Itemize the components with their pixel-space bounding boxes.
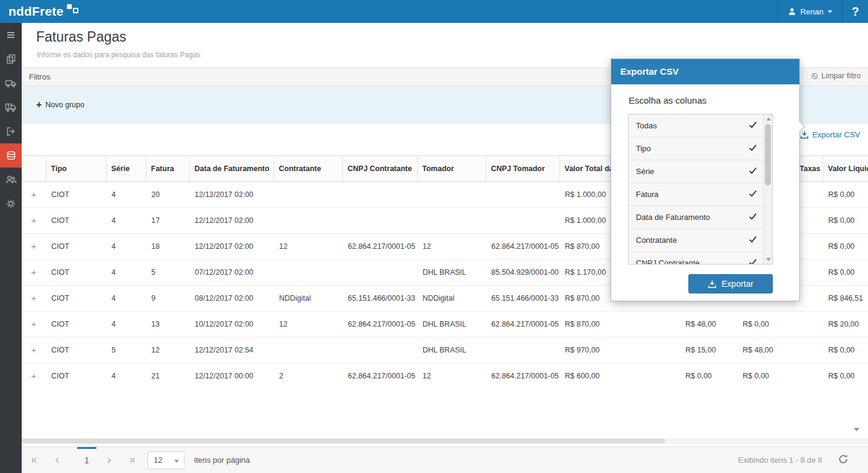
column-header-12[interactable]: Valor Líquido	[823, 156, 868, 181]
table-cell: 12/12/2017 02:00	[189, 181, 274, 207]
table-cell: R$ 48,00	[737, 337, 794, 363]
export-arrow-icon	[5, 126, 16, 137]
clear-filter-button[interactable]: Limpar filtro	[811, 72, 861, 80]
table-cell: 4	[106, 181, 146, 207]
table-cell: 12	[146, 337, 189, 363]
modal-title: Exportar CSV	[611, 59, 799, 84]
new-group-button[interactable]: + Novo grupo	[36, 101, 84, 109]
sidebar-item-documents[interactable]	[0, 47, 22, 71]
first-page-icon	[31, 457, 38, 464]
export-column-option[interactable]: CNPJ Contratante	[629, 252, 763, 265]
column-header-0[interactable]: Tipo	[46, 156, 106, 181]
export-column-option[interactable]: Data de Faturamento	[629, 206, 763, 229]
help-button[interactable]: ?	[843, 0, 868, 23]
page-size-select[interactable]: 12	[147, 451, 184, 469]
table-cell: R$ 0,00	[737, 311, 794, 337]
scrollbar-thumb[interactable]	[765, 124, 771, 186]
table-cell	[274, 207, 342, 233]
export-column-option[interactable]: Todas	[629, 114, 763, 137]
column-header-4[interactable]: Contratante	[274, 156, 342, 181]
next-page-button[interactable]	[102, 454, 116, 466]
scroll-down-arrow-icon[interactable]	[766, 258, 771, 261]
logo-square-solid-icon	[67, 4, 72, 9]
horizontal-scrollbar-thumb[interactable]	[22, 439, 665, 443]
table-row[interactable]: +CIOT42112/12/2017 00:00262.864.217/0001…	[22, 363, 868, 388]
table-cell	[342, 337, 417, 363]
table-cell	[486, 207, 559, 233]
option-label: CNPJ Contratante	[636, 258, 700, 265]
export-column-option[interactable]: Série	[629, 160, 763, 183]
sidebar-item-delivery[interactable]	[0, 95, 22, 119]
row-expand-icon[interactable]: +	[31, 241, 37, 251]
sidebar-item-menu[interactable]	[0, 23, 22, 47]
user-menu[interactable]: Renan	[778, 0, 843, 23]
table-cell: 62.864.217/0001-05	[486, 233, 559, 259]
table-cell: 18	[146, 233, 189, 259]
pagination-bar: 1 12 itens por página Exibindo itens 1 -…	[22, 446, 868, 473]
table-cell	[274, 181, 342, 207]
table-cell: CIOT	[46, 363, 106, 388]
table-cell: 62.864.217/0001-05	[342, 363, 417, 388]
export-csv-link[interactable]: Exportar CSV	[800, 130, 860, 139]
column-header-2[interactable]: Fatura	[146, 156, 189, 181]
sidebar-item-users[interactable]	[0, 168, 22, 192]
export-column-option[interactable]: Tipo	[629, 137, 763, 160]
scroll-up-arrow-icon[interactable]	[766, 117, 771, 121]
row-expand-icon[interactable]: +	[31, 371, 37, 381]
sidebar-item-settings[interactable]	[0, 192, 22, 216]
page-number-button[interactable]: 1	[77, 447, 96, 473]
row-expand-icon[interactable]: +	[31, 267, 37, 277]
table-cell: R$ 970,00	[559, 337, 680, 363]
user-name: Renan	[800, 7, 823, 16]
column-header-7[interactable]: CNPJ Tomador	[486, 156, 559, 181]
refresh-icon	[838, 454, 849, 465]
option-label: Série	[636, 167, 654, 176]
row-expand-icon[interactable]: +	[31, 293, 37, 303]
table-cell: R$ 870,00	[559, 311, 680, 337]
column-header-3[interactable]: Data de Faturamento	[189, 156, 274, 181]
first-page-button[interactable]	[28, 454, 41, 466]
table-cell	[486, 337, 559, 363]
horizontal-scrollbar[interactable]	[22, 438, 868, 444]
row-expand-icon[interactable]: +	[31, 345, 37, 355]
table-cell: R$ 15,00	[680, 337, 737, 363]
last-page-button[interactable]	[125, 454, 139, 466]
table-cell: 07/12/2017 02:00	[189, 259, 274, 285]
previous-page-icon	[54, 457, 61, 464]
row-expand-icon[interactable]: +	[31, 215, 37, 225]
previous-page-button[interactable]	[51, 454, 64, 466]
table-row[interactable]: +CIOT51212/12/2017 02:54DHL BRASILR$ 970…	[22, 337, 868, 363]
filters-label: Filtros	[29, 72, 50, 81]
coins-icon	[5, 150, 17, 161]
table-cell	[417, 207, 486, 233]
sidebar-item-billing[interactable]	[0, 143, 22, 168]
table-cell: R$ 0,00	[823, 363, 868, 388]
column-header-5[interactable]: CNPJ Contratante	[342, 156, 417, 181]
column-header-6[interactable]: Tomador	[417, 156, 486, 181]
scroll-down-indicator[interactable]	[854, 428, 860, 431]
table-cell: R$ 0,00	[823, 337, 868, 363]
check-icon	[749, 189, 756, 196]
modal-list-scrollbar[interactable]	[763, 114, 772, 264]
table-cell	[417, 181, 486, 207]
export-column-option[interactable]: Fatura	[629, 183, 763, 206]
column-header-1[interactable]: Série	[106, 156, 146, 181]
row-expand-icon[interactable]: +	[31, 319, 37, 329]
table-cell: R$ 600,00	[559, 363, 680, 388]
sidebar-item-truck[interactable]	[0, 71, 22, 95]
documents-icon	[5, 54, 16, 64]
export-column-option[interactable]: Contratante	[629, 229, 763, 252]
refresh-button[interactable]	[838, 454, 851, 467]
cancel-circle-icon	[811, 72, 819, 80]
row-expand-icon[interactable]: +	[31, 189, 37, 199]
table-cell: CIOT	[46, 285, 106, 311]
table-cell	[794, 363, 823, 388]
table-cell: R$ 0,00	[823, 233, 868, 259]
table-row[interactable]: +CIOT41310/12/2017 02:001262.864.217/000…	[22, 311, 868, 337]
table-cell: R$ 0,00	[680, 363, 737, 388]
sidebar-item-logout[interactable]	[0, 119, 22, 143]
app-logo[interactable]: nddFrete	[8, 2, 63, 20]
table-cell: R$ 20,00	[823, 311, 868, 337]
table-cell: 62.864.217/0001-05	[486, 311, 559, 337]
export-button[interactable]: Exportar	[688, 274, 773, 293]
